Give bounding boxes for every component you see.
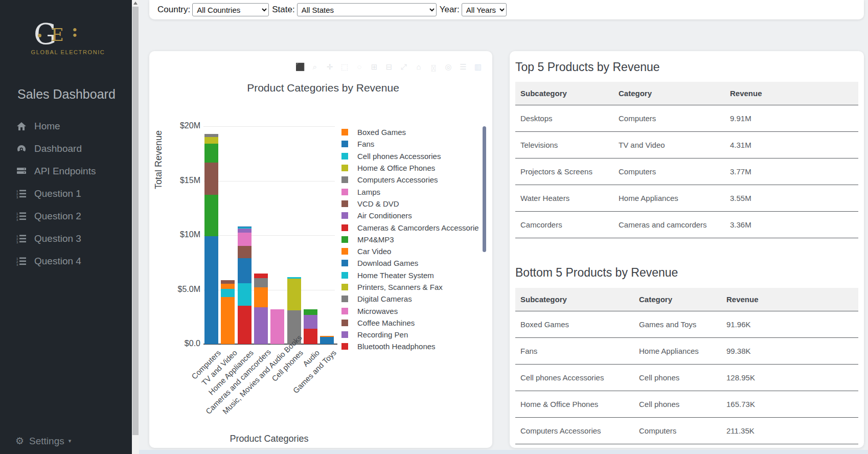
legend-item-cell-phones-accessories[interactable]: Cell phones Accessories (341, 150, 478, 162)
legend-swatch (341, 320, 348, 326)
sidebar-item-question-2[interactable]: 123Question 2 (0, 205, 132, 228)
sidebar-item-question-1[interactable]: 123Question 1 (0, 183, 132, 205)
legend-item-boxed-games[interactable]: Boxed Games (341, 126, 478, 138)
legend-item-computers-accessories[interactable]: Computers Accessories (341, 174, 478, 186)
revenue-cell: 3.55M (725, 194, 858, 202)
column-header-category: Category (634, 295, 721, 304)
year-filter-label: Year: (440, 5, 460, 15)
sidebar-item-question-4[interactable]: 123Question 4 (0, 250, 132, 273)
bar-segment-green (304, 309, 317, 315)
legend-swatch (341, 212, 348, 219)
zoom-icon[interactable]: ⌕ (310, 62, 320, 73)
hover-compare-icon[interactable]: ☰ (458, 62, 468, 73)
bar-segment-green (204, 195, 218, 236)
legend-label: Home & Office Phones (357, 164, 435, 172)
legend-item-car-video[interactable]: Car Video (341, 245, 478, 257)
sidebar-item-settings[interactable]: ⚙ Settings ▾ (15, 435, 71, 447)
zoom-out-icon[interactable]: ⊟ (384, 62, 394, 73)
table-row: Cell phones AccessoriesCell phones128.95… (515, 365, 858, 391)
sidebar-item-home[interactable]: Home (0, 115, 132, 138)
bar-segment-pink (238, 233, 252, 246)
reset-axes-icon[interactable]: ⌂ (414, 62, 424, 73)
y-tick-label: $10M (159, 230, 200, 239)
monogram-dot (38, 34, 41, 37)
category-cell: Home Appliances (634, 347, 721, 355)
bar-segment-orange (254, 287, 268, 307)
y-tick-label: $0.0 (159, 339, 200, 348)
table-row: FansHome Appliances99.38K (515, 338, 858, 365)
legend-item-bluetooth-headphones[interactable]: Bluetooth Headphones (341, 340, 478, 351)
list-ol-icon: 123 (15, 212, 28, 221)
x-axis-title: Product Categories (203, 434, 335, 444)
dashboard-icon (15, 144, 28, 153)
legend-item-cameras-camcorders-accessories[interactable]: Cameras & Camcorders Accessories (341, 221, 478, 233)
legend-scrollbar[interactable] (483, 126, 486, 252)
server-icon (15, 167, 28, 176)
plot-area (203, 126, 335, 344)
bar-segment-olive (204, 137, 218, 144)
legend-item-recording-pen[interactable]: Recording Pen (341, 329, 478, 340)
legend-item-digital-cameras[interactable]: Digital Cameras (341, 293, 478, 305)
hover-closest-icon[interactable]: ◎ (443, 62, 453, 73)
legend-item-mp4-mp3[interactable]: MP4&MP3 (341, 234, 478, 245)
legend-item-download-games[interactable]: Download Games (341, 257, 478, 269)
category-cell: Computers (613, 167, 725, 176)
list-ol-icon: 123 (15, 257, 28, 266)
box-select-icon[interactable]: ⬚ (339, 62, 350, 73)
brand-monogram-icon: G E : (25, 20, 106, 47)
page-scrollbar-thumb[interactable] (132, 7, 139, 435)
pan-icon[interactable]: ✛ (325, 62, 335, 73)
legend-item-coffee-machines[interactable]: Coffee Machines (341, 317, 478, 329)
bar-segment-red (238, 306, 252, 344)
legend-item-air-conditioners[interactable]: Air Conditioners (341, 210, 478, 221)
chart-legend: Boxed GamesFansCell phones AccessoriesHo… (341, 126, 478, 351)
legend-item-vcd-dvd[interactable]: VCD & DVD (341, 198, 478, 210)
legend-swatch (341, 153, 348, 160)
table-row: TelevisionsTV and Video4.31M (515, 132, 858, 158)
legend-label: Fans (357, 140, 374, 148)
sidebar-item-question-3[interactable]: 123Question 3 (0, 228, 132, 250)
sidebar-item-api-endpoints[interactable]: API Endpoints (0, 160, 132, 183)
plotly-logo-icon[interactable]: ▥ (473, 62, 483, 73)
toggle-spikelines-icon[interactable]: 〿 (428, 62, 439, 73)
horizontal-scrollbar-track[interactable] (139, 450, 868, 454)
y-tick-label: $20M (159, 121, 200, 130)
legend-item-lamps[interactable]: Lamps (341, 186, 478, 197)
table-header-row: SubcategoryCategoryRevenue (515, 288, 858, 311)
sidebar: G E : GLOBAL ELECTRONIC Sales Dashboard … (0, 0, 132, 454)
brand-name: GLOBAL ELECTRONIC (25, 49, 111, 55)
legend-item-home-office-phones[interactable]: Home & Office Phones (341, 162, 478, 174)
camera-icon[interactable]: ⬛ (295, 62, 305, 73)
nav-label: Question 3 (34, 233, 81, 244)
legend-label: Microwaves (357, 307, 398, 315)
legend-item-printers-scanners-fax[interactable]: Printers, Scanners & Fax (341, 281, 478, 293)
stacked-bar-games-and-toys (320, 336, 334, 344)
stacked-bar-audio (304, 309, 317, 344)
bar-segment-purple (304, 315, 317, 329)
sidebar-item-dashboard[interactable]: Dashboard (0, 138, 132, 160)
column-header-category: Category (613, 89, 725, 98)
lasso-select-icon[interactable]: ◌ (354, 62, 364, 73)
state-select[interactable]: All States (297, 3, 437, 16)
legend-item-home-theater-system[interactable]: Home Theater System (341, 269, 478, 281)
bar-segment-blue (204, 236, 218, 344)
zoom-in-icon[interactable]: ⊞ (369, 62, 379, 73)
bar-segment-purple (254, 307, 268, 344)
chart-title: Product Categories by Revenue (211, 82, 436, 94)
country-select[interactable]: All Countries (192, 3, 269, 16)
year-select[interactable]: All Years (462, 3, 507, 16)
category-cell: Cameras and camcorders (613, 220, 725, 229)
legend-swatch (341, 248, 348, 255)
bar-segment-olive (287, 279, 301, 310)
revenue-cell: 99.38K (721, 347, 858, 355)
column-header-revenue: Revenue (725, 89, 858, 98)
legend-label: Digital Cameras (357, 294, 412, 303)
scrollbar-up-arrow-icon[interactable] (133, 2, 138, 5)
autoscale-icon[interactable]: ⤢ (399, 62, 409, 73)
legend-label: Air Conditioners (357, 211, 412, 220)
legend-item-microwaves[interactable]: Microwaves (341, 305, 478, 316)
legend-swatch (341, 343, 348, 350)
legend-item-fans[interactable]: Fans (341, 138, 478, 150)
monogram-colon: : (72, 20, 78, 41)
page-scrollbar[interactable] (132, 0, 139, 454)
